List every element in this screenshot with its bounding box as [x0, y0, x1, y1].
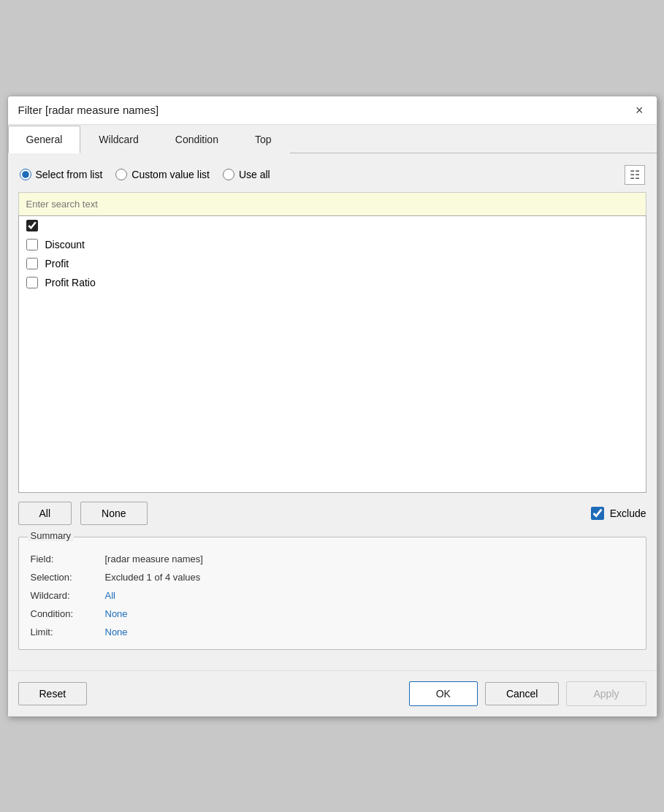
- summary-field-value: [radar measure names]: [105, 554, 203, 564]
- summary-box: Summary Field: [radar measure names] Sel…: [18, 537, 646, 650]
- dialog-title: Filter [radar measure names]: [18, 104, 159, 116]
- summary-selection-value: Excluded 1 of 4 values: [105, 572, 201, 583]
- dialog-body: Select from list Custom value list Use a…: [8, 165, 657, 660]
- list-item-label-discount: Discount: [45, 239, 85, 250]
- summary-limit-row: Limit: None: [31, 627, 634, 637]
- summary-field-label: Field:: [31, 554, 96, 564]
- all-button[interactable]: All: [18, 502, 72, 525]
- radio-group: Select from list Custom value list Use a…: [18, 165, 646, 185]
- radio-custom-value-list-label: Custom value list: [131, 169, 210, 180]
- list-item-checkbox-profit[interactable]: [26, 258, 38, 269]
- footer-left: Reset: [18, 682, 88, 705]
- reset-button[interactable]: Reset: [18, 682, 88, 705]
- exclude-checkbox[interactable]: [591, 507, 604, 520]
- list-item-checkbox-discount[interactable]: [26, 239, 38, 250]
- radio-select-from-list-input[interactable]: [20, 169, 31, 180]
- list-item-checkbox-all[interactable]: [26, 220, 38, 231]
- tab-general[interactable]: General: [8, 126, 81, 153]
- exclude-area: Exclude: [591, 507, 646, 520]
- summary-wildcard-row: Wildcard: All: [31, 590, 634, 601]
- apply-button: Apply: [566, 681, 646, 706]
- summary-wildcard-value[interactable]: All: [105, 590, 115, 601]
- tab-top[interactable]: Top: [237, 126, 290, 153]
- search-input[interactable]: [18, 192, 646, 215]
- ok-button[interactable]: OK: [409, 681, 478, 706]
- list-item[interactable]: Profit: [19, 254, 646, 273]
- filter-list: Discount Profit Profit Ratio: [18, 215, 646, 493]
- radio-use-all-label: Use all: [239, 169, 270, 180]
- radio-custom-value-list[interactable]: Custom value list: [115, 169, 210, 180]
- close-button[interactable]: ×: [633, 104, 646, 117]
- cancel-button[interactable]: Cancel: [485, 682, 560, 705]
- footer: Reset OK Cancel Apply: [8, 670, 657, 716]
- tab-bar: General Wildcard Condition Top: [8, 125, 657, 153]
- list-controls: All None Exclude: [18, 502, 646, 525]
- tab-wildcard[interactable]: Wildcard: [80, 126, 156, 153]
- summary-wildcard-label: Wildcard:: [31, 590, 96, 601]
- tab-condition[interactable]: Condition: [157, 126, 237, 153]
- summary-condition-label: Condition:: [31, 608, 96, 619]
- list-item[interactable]: Profit Ratio: [19, 273, 646, 292]
- summary-limit-value[interactable]: None: [105, 627, 128, 637]
- menu-icon-button[interactable]: ☷: [625, 165, 645, 185]
- summary-field-row: Field: [radar measure names]: [31, 554, 634, 564]
- title-bar: Filter [radar measure names] ×: [8, 96, 657, 125]
- summary-limit-label: Limit:: [31, 627, 96, 637]
- none-button[interactable]: None: [80, 502, 147, 525]
- list-item[interactable]: Discount: [19, 235, 646, 254]
- list-item-label-profit: Profit: [45, 258, 69, 269]
- radio-select-from-list-label: Select from list: [36, 169, 103, 180]
- radio-use-all-input[interactable]: [223, 169, 234, 180]
- exclude-label: Exclude: [610, 508, 646, 519]
- radio-select-from-list[interactable]: Select from list: [20, 169, 103, 180]
- list-item[interactable]: [19, 216, 646, 235]
- list-item-checkbox-profit-ratio[interactable]: [26, 277, 38, 288]
- radio-use-all[interactable]: Use all: [223, 169, 270, 180]
- summary-selection-row: Selection: Excluded 1 of 4 values: [31, 572, 634, 583]
- summary-condition-row: Condition: None: [31, 608, 634, 619]
- summary-title: Summary: [28, 530, 75, 541]
- filter-dialog: Filter [radar measure names] × General W…: [7, 96, 657, 717]
- summary-selection-label: Selection:: [31, 572, 96, 583]
- list-item-label-profit-ratio: Profit Ratio: [45, 277, 96, 288]
- summary-condition-value[interactable]: None: [105, 608, 128, 619]
- radio-custom-value-list-input[interactable]: [115, 169, 127, 180]
